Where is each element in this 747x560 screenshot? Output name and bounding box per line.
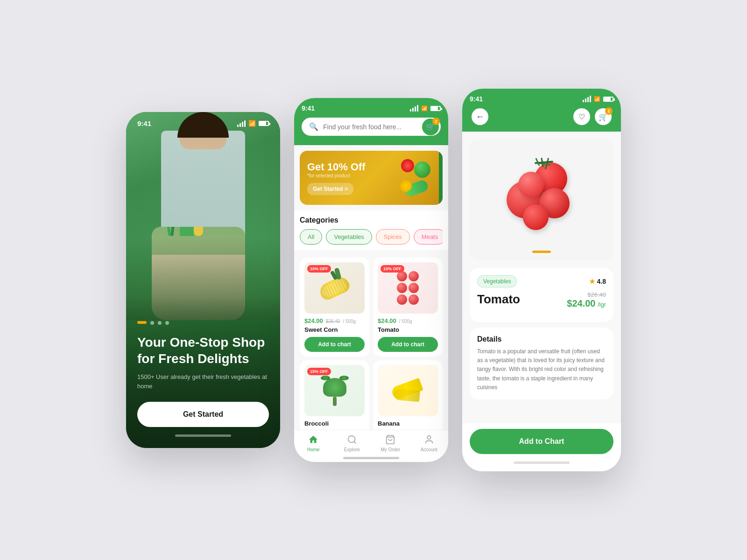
product-name-detail: Tomato [477, 292, 520, 308]
nav-home[interactable]: Home [294, 434, 333, 452]
slide-dot-2 [150, 321, 154, 325]
add-to-chart-button-tomato[interactable]: Add to chart [378, 337, 438, 352]
phone2-time: 9:41 [302, 105, 315, 112]
nav-actions: ♡ 🛒 2 [573, 108, 612, 125]
category-all[interactable]: All [300, 229, 322, 245]
price-unit: /lgr [598, 301, 606, 308]
order-icon [385, 434, 396, 445]
nav-order-label: My Order [381, 447, 400, 452]
phone3-nav-bar: ← ♡ 🛒 2 [470, 108, 613, 125]
phone3-status-icons: 📶 [583, 95, 613, 103]
cart-count-badge: 2 [605, 107, 613, 115]
main-product-name: Tomato [477, 292, 520, 307]
tomato-cluster [392, 271, 424, 305]
wifi-icon: 📶 [248, 120, 256, 127]
tomato-stems [535, 158, 553, 172]
slide-dot-active [137, 321, 147, 324]
categories-title: Categories [300, 216, 443, 224]
add-to-chart-button[interactable]: Add to Chart [470, 429, 613, 454]
category-vegetables[interactable]: Vegetables [326, 229, 372, 245]
promo-decoration [388, 159, 435, 196]
home-indicator [514, 462, 570, 464]
battery-icon [430, 106, 441, 111]
wifi-icon: 📶 [421, 105, 428, 112]
promo-content: Get 10% Off *for selected product Get St… [307, 161, 366, 195]
details-title: Details [477, 335, 606, 343]
product-price: $24.00 $26.40 / 500g [304, 317, 365, 324]
promo-cta-button[interactable]: Get Started > [307, 183, 353, 195]
signal-icon [410, 105, 418, 112]
rating-value: 4.8 [597, 278, 606, 285]
tomato-ball [397, 271, 407, 281]
cart-button[interactable]: 🛒 2 [595, 108, 612, 125]
product-image-area [470, 139, 613, 260]
products-grid: 10% OFF $24.00 $26.40 / 50 [294, 254, 448, 430]
phone2-body: Get 10% Off *for selected product Get St… [294, 145, 448, 430]
cart-button[interactable]: 🛒 2 [422, 119, 439, 135]
search-input[interactable] [323, 123, 433, 131]
category-spices[interactable]: Spices [376, 229, 410, 245]
price-info: $26.40 $24.00 /lgr [567, 291, 606, 309]
original-price: $26.40 [567, 291, 606, 298]
current-price: $24.00 [567, 298, 595, 308]
home-icon [308, 434, 319, 445]
bottom-navigation: Home Explore My Order Account [294, 430, 448, 454]
nav-explore-label: Explore [344, 447, 360, 452]
phone1-content: Your One-Stop Shop for Fresh Delights 15… [126, 310, 280, 448]
product-price-tomato: $24.00 / 500g [378, 317, 438, 324]
nav-account-label: Account [421, 447, 437, 452]
search-icon: 🔍 [309, 122, 318, 131]
promo-title: Get 10% Off [307, 161, 366, 173]
banana-image [378, 365, 438, 416]
svg-point-2 [427, 436, 430, 439]
promo-banner[interactable]: Get 10% Off *for selected product Get St… [300, 151, 443, 205]
banana-shape [392, 378, 424, 404]
product-info-card: Vegetables ★ 4.8 Tomato $26.40 $24.00 [470, 268, 613, 322]
price-main-tomato: $24.00 [378, 317, 396, 324]
phone1-onboarding: 9:41 📶 [126, 112, 280, 448]
corn-image: 10% OFF [304, 262, 365, 314]
product-detail-body: Vegetables ★ 4.8 Tomato $26.40 $24.00 [462, 132, 621, 423]
tomato-ball [409, 283, 419, 293]
product-card-tomato: 10% OFF $24.00 / 500g [373, 258, 443, 357]
nav-explore[interactable]: Explore [333, 434, 372, 452]
search-bar[interactable]: 🔍 [302, 118, 441, 136]
nav-order[interactable]: My Order [371, 434, 410, 452]
battery-icon [259, 121, 269, 126]
phone3-time: 9:41 [470, 95, 483, 103]
add-to-chart-button[interactable]: Add to chart [304, 337, 365, 352]
price-row: Tomato $26.40 $24.00 /lgr [477, 291, 606, 309]
tomato-ball [409, 271, 419, 281]
get-started-button[interactable]: Get Started [137, 402, 269, 427]
phone2-status-bar: 9:41 📶 [302, 105, 441, 112]
product-card-broccoli: 15% OFF Broccoli [300, 360, 369, 430]
price-unit-tomato: / 500g [399, 319, 412, 324]
tomato-ball [397, 294, 407, 305]
home-indicator [175, 434, 231, 437]
image-indicator [532, 251, 551, 253]
phone1-status-bar: 9:41 📶 [126, 119, 280, 127]
onboarding-subtitle: 1500+ User already get their fresh veget… [137, 372, 269, 391]
explore-icon [346, 434, 358, 445]
star-icon: ★ [589, 278, 595, 285]
product-name-tomato: Tomato [378, 326, 438, 333]
phone3-detail: 9:41 📶 ← ♡ 🛒 [462, 89, 621, 471]
back-button[interactable]: ← [472, 108, 488, 125]
tomato-ball [397, 283, 407, 293]
nav-account[interactable]: Account [410, 434, 449, 452]
onboarding-title: Your One-Stop Shop for Fresh Delights [137, 334, 269, 367]
tag-rating-row: Vegetables ★ 4.8 [477, 275, 606, 287]
phones-container: 9:41 📶 [126, 89, 621, 471]
wishlist-button[interactable]: ♡ [573, 108, 590, 125]
phone1-status-icons: 📶 [237, 119, 269, 127]
category-pills: All Vegetables Spices Meats • [300, 229, 443, 250]
phone3-footer: Add to Chart [462, 423, 621, 471]
phone1-time: 9:41 [137, 119, 151, 127]
product-name-broccoli: Broccoli [304, 420, 365, 427]
tomato-ball [409, 294, 419, 305]
promo-subtitle: *for selected product [307, 173, 366, 178]
phone3-status-bar: 9:41 📶 [470, 95, 613, 103]
price-main: $24.00 [304, 317, 323, 324]
category-meats[interactable]: Meats [414, 229, 443, 245]
wifi-icon: 📶 [594, 96, 600, 102]
